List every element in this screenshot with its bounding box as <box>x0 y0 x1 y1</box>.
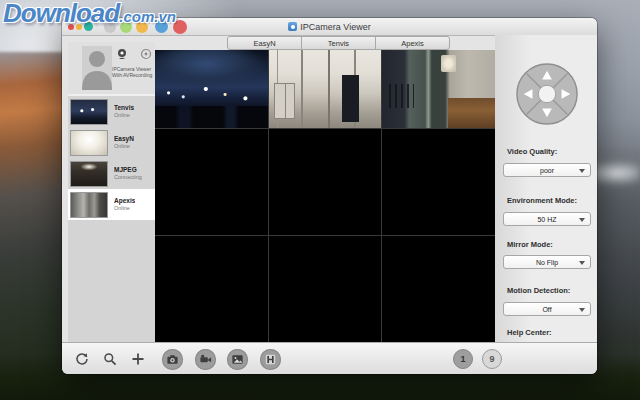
video-cell-feed-1[interactable] <box>155 50 268 128</box>
chevron-down-icon <box>579 308 585 312</box>
avatar <box>82 46 112 90</box>
video-cell-empty[interactable] <box>155 236 268 342</box>
motion-detection-label: Motion Detection: <box>507 286 570 295</box>
gallery-button[interactable] <box>227 349 248 370</box>
camera-status: Connecting <box>114 174 142 181</box>
video-cell-empty[interactable] <box>382 129 495 235</box>
video-grid <box>155 50 495 342</box>
profile-icons <box>116 48 152 60</box>
camera-list: Tenvis Online EasyN Online MJPEG Connect… <box>68 94 155 344</box>
video-cell-empty[interactable] <box>269 236 382 342</box>
zoom-button[interactable] <box>102 352 117 367</box>
camera-item-text: Apexis Online <box>114 197 135 212</box>
camera-item-text: EasyN Online <box>114 135 134 150</box>
camera-name: MJPEG <box>114 166 142 174</box>
app-icon <box>288 22 297 31</box>
profile-caption-line2: With AVRecording <box>112 72 155 78</box>
camera-thumbnail <box>70 192 108 218</box>
tab-apexis[interactable]: Apexis <box>375 36 450 50</box>
environment-mode-label: Environment Mode: <box>507 196 577 205</box>
camera-list-item-tenvis[interactable]: Tenvis Online <box>68 96 155 127</box>
snapshot-camera-icon <box>166 353 179 366</box>
add-icon <box>131 352 145 366</box>
watermark: Download .com.vn <box>3 0 176 29</box>
mirror-mode-value: No Flip <box>536 259 558 266</box>
camera-name: EasyN <box>114 135 134 143</box>
chevron-down-icon <box>579 169 585 173</box>
video-quality-value: poor <box>540 167 554 174</box>
app-window: IPCamera Viewer EasyN Tenvis Apexis <box>62 18 597 374</box>
person-silhouette-icon <box>82 46 112 90</box>
feed-shape <box>389 84 414 107</box>
chevron-down-icon <box>579 261 585 265</box>
mirror-mode-label: Mirror Mode: <box>507 240 553 249</box>
profile-section: IPCamera Viewer With AVRecording <box>68 42 155 94</box>
layout-grid9-button[interactable]: 9 <box>482 349 502 369</box>
video-cell-empty[interactable] <box>155 129 268 235</box>
camera-thumbnail <box>70 99 108 125</box>
layout-single-button[interactable]: 1 <box>453 349 473 369</box>
camera-item-text: Tenvis Online <box>114 104 134 119</box>
toolbar-flat-icons <box>74 343 145 374</box>
watermark-suffix: .com.vn <box>119 8 176 25</box>
environment-mode-select[interactable]: 50 HZ <box>503 212 591 226</box>
add-camera-button[interactable] <box>130 352 145 367</box>
film-icon <box>264 353 277 366</box>
feed-shape <box>155 106 268 128</box>
camera-status: Online <box>114 112 134 119</box>
camera-tabs: EasyN Tenvis Apexis <box>227 36 450 50</box>
video-cell-feed-3[interactable] <box>382 50 495 128</box>
tab-easyn[interactable]: EasyN <box>227 36 302 50</box>
chevron-down-icon <box>579 218 585 222</box>
sidebar: IPCamera Viewer With AVRecording Tenvis … <box>68 42 155 342</box>
help-center-label: Help Center: <box>507 328 552 337</box>
video-cell-empty[interactable] <box>382 236 495 342</box>
motion-detection-value: Off <box>542 306 551 313</box>
toolbar: 1 9 <box>62 342 597 374</box>
camera-list-item-easyn[interactable]: EasyN Online <box>68 127 155 158</box>
layout-buttons: 1 9 <box>453 343 502 374</box>
profile-caption: IPCamera Viewer With AVRecording <box>112 66 155 78</box>
webcam-icon <box>116 48 128 60</box>
feed-shape <box>448 98 495 128</box>
feed-shape <box>441 55 456 72</box>
disc-icon <box>140 48 152 60</box>
video-quality-label: Video Quality: <box>507 147 557 156</box>
record-video-icon <box>199 353 212 366</box>
motion-detection-select[interactable]: Off <box>503 302 591 316</box>
watermark-brand: Download <box>3 0 119 29</box>
refresh-button[interactable] <box>74 352 89 367</box>
camera-list-item-mjpeg[interactable]: MJPEG Connecting <box>68 158 155 189</box>
camera-thumbnail <box>70 161 108 187</box>
camera-thumbnail <box>70 130 108 156</box>
video-quality-select[interactable]: poor <box>503 163 591 177</box>
window-title: IPCamera Viewer <box>300 22 370 32</box>
feed-shape <box>274 83 295 119</box>
zoom-icon <box>103 352 117 366</box>
dpad-control[interactable] <box>514 61 580 127</box>
camera-status: Online <box>114 143 134 150</box>
camera-name: Apexis <box>114 197 135 205</box>
camera-name: Tenvis <box>114 104 134 112</box>
picture-icon <box>231 353 244 366</box>
video-cell-empty[interactable] <box>269 129 382 235</box>
feed-shape <box>342 75 359 122</box>
camera-item-text: MJPEG Connecting <box>114 166 142 181</box>
control-panel: Video Quality: poor Environment Mode: 50… <box>495 35 597 342</box>
snapshot-button[interactable] <box>162 349 183 370</box>
record-button[interactable] <box>195 349 216 370</box>
video-cell-feed-2[interactable] <box>269 50 382 128</box>
mirror-mode-select[interactable]: No Flip <box>503 255 591 269</box>
recordings-button[interactable] <box>260 349 281 370</box>
camera-list-item-apexis[interactable]: Apexis Online <box>68 189 155 220</box>
environment-mode-value: 50 HZ <box>537 216 556 223</box>
tab-tenvis[interactable]: Tenvis <box>301 36 376 50</box>
toolbar-circle-icons <box>162 343 281 374</box>
camera-status: Online <box>114 205 135 212</box>
refresh-icon <box>75 352 89 366</box>
